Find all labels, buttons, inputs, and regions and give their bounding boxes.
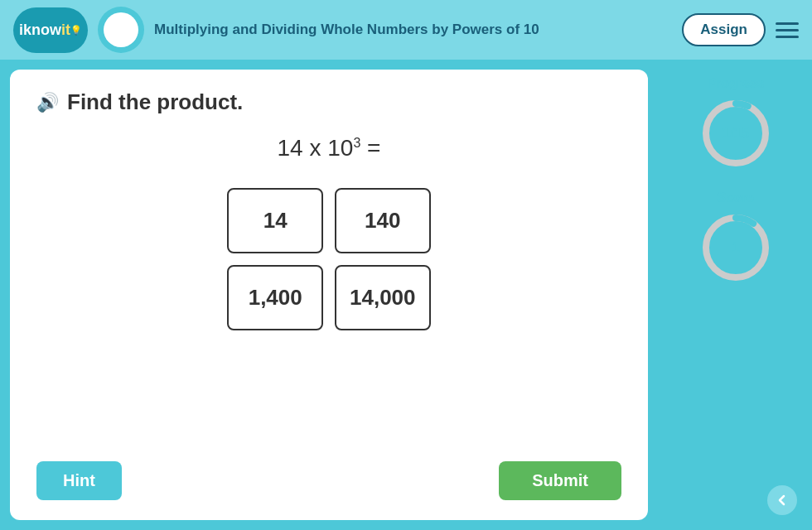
header: iknowit 💡 Multiplying and Dividing Whole…: [0, 0, 812, 60]
question-text: Find the product.: [67, 89, 243, 115]
answer-option-3[interactable]: 1,400: [227, 265, 323, 330]
answer-option-1[interactable]: 14: [227, 188, 323, 253]
progress-section: Progress 1/15: [698, 76, 773, 171]
answer-grid: 14 140 1,400 14,000: [227, 188, 430, 330]
logo: iknowit 💡: [13, 7, 88, 53]
progress-label: Progress: [707, 76, 764, 91]
score-value: 1: [732, 239, 739, 256]
progress-ring: 1/15: [698, 96, 773, 171]
score-label: Score: [718, 190, 754, 205]
content-panel: 🔊 Find the product. 14 x 103 = 14 140 1,…: [10, 70, 648, 520]
submit-button[interactable]: Submit: [499, 461, 621, 500]
menu-button[interactable]: [776, 22, 799, 38]
svg-point-9: [774, 492, 790, 508]
answer-option-2[interactable]: 140: [335, 188, 431, 253]
assign-button[interactable]: Assign: [682, 13, 766, 46]
bottom-bar: Hint Submit: [36, 448, 621, 500]
divider: [661, 70, 663, 520]
equation-exp: 3: [353, 136, 360, 150]
svg-point-1: [117, 19, 125, 27]
progress-value: 1/15: [722, 125, 749, 142]
svg-point-0: [104, 12, 138, 47]
question-header: 🔊 Find the product.: [36, 89, 621, 115]
score-ring: 1: [698, 210, 773, 285]
answer-option-4[interactable]: 14,000: [335, 265, 431, 330]
lesson-title: Multiplying and Dividing Whole Numbers b…: [154, 21, 672, 39]
score-section: Score 1: [698, 190, 773, 285]
sound-icon[interactable]: 🔊: [36, 92, 59, 113]
sidebar: Progress 1/15 Score 1: [669, 70, 802, 520]
hint-button[interactable]: Hint: [36, 461, 122, 500]
logo-iknow: iknow: [19, 22, 61, 39]
logo-it: it: [61, 22, 70, 39]
equation-base: 14 x 10: [278, 135, 354, 161]
header-right: Assign: [682, 13, 799, 46]
lesson-icon: [98, 7, 144, 53]
main-container: 🔊 Find the product. 14 x 103 = 14 140 1,…: [0, 60, 812, 530]
back-button[interactable]: [767, 485, 797, 515]
equation: 14 x 103 =: [36, 135, 621, 161]
equation-end: =: [367, 135, 380, 161]
svg-point-4: [117, 32, 125, 41]
